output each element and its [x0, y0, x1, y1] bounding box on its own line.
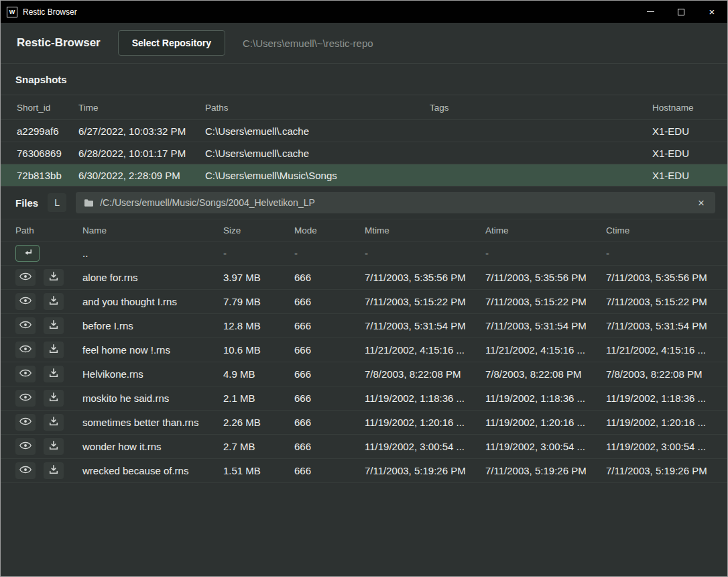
file-size: 2.7 MB: [223, 441, 294, 452]
eye-icon: [19, 321, 32, 331]
download-button[interactable]: [44, 438, 64, 455]
snapshots-heading: Snapshots: [1, 64, 727, 95]
file-size: 1.51 MB: [223, 465, 294, 476]
eye-icon: [19, 297, 32, 307]
file-row: feel home now !.rns 10.6 MB 666 11/21/20…: [1, 338, 727, 362]
column-short-id: Short_id: [17, 103, 78, 113]
snapshot-short-id: a2299af6: [17, 125, 78, 137]
window-title: Restic Browser: [23, 7, 77, 17]
download-button[interactable]: [44, 293, 64, 310]
folder-icon: [84, 199, 94, 207]
select-repository-button[interactable]: Select Repository: [118, 30, 225, 56]
file-row: sometimes better than.rns 2.26 MB 666 11…: [1, 411, 727, 435]
maximize-button[interactable]: [666, 1, 696, 23]
preview-button[interactable]: [15, 269, 36, 286]
download-button[interactable]: [44, 342, 64, 358]
file-mtime: 7/11/2003, 5:19:26 PM: [365, 465, 485, 476]
file-name[interactable]: and you thought I.rns: [82, 296, 223, 307]
preview-button[interactable]: [15, 390, 36, 407]
file-ctime: 7/11/2003, 5:19:26 PM: [606, 465, 721, 476]
file-name[interactable]: moskito he said.rns: [82, 392, 223, 404]
file-row: alone for.rns 3.97 MB 666 7/11/2003, 5:3…: [1, 266, 727, 290]
app-logo-icon: W: [7, 7, 17, 17]
file-atime: 11/19/2002, 1:20:16 ...: [485, 417, 606, 428]
window-controls: ×: [635, 1, 727, 23]
file-path: /C:/Users/emuell/Music/Songs/2004_Helvet…: [100, 197, 689, 208]
file-path-bar[interactable]: /C:/Users/emuell/Music/Songs/2004_Helvet…: [76, 192, 715, 213]
file-ctime: 7/8/2003, 8:22:08 PM: [606, 368, 721, 380]
files-table: Path Name Size Mode Mtime Atime Ctime ..…: [1, 219, 727, 483]
file-atime: 7/11/2003, 5:19:26 PM: [485, 465, 606, 476]
eye-icon: [19, 345, 32, 355]
download-button[interactable]: [44, 269, 64, 286]
download-button[interactable]: [44, 317, 64, 334]
file-size: 2.1 MB: [223, 392, 294, 404]
file-size: -: [223, 248, 294, 259]
column-ctime: Ctime: [606, 225, 721, 235]
column-paths: Paths: [205, 103, 430, 113]
file-name[interactable]: wrecked because of.rns: [82, 465, 223, 476]
maximize-icon: [678, 9, 684, 15]
file-ctime: 11/19/2002, 1:18:36 ...: [606, 392, 721, 404]
column-name: Name: [82, 225, 223, 235]
file-atime: 7/11/2003, 5:15:22 PM: [485, 296, 606, 307]
file-name[interactable]: sometimes better than.rns: [82, 417, 223, 428]
file-row: before I.rns 12.8 MB 666 7/11/2003, 5:31…: [1, 314, 727, 338]
download-icon: [49, 272, 58, 283]
snapshot-row-selected[interactable]: 72b813bb 6/30/2022, 2:28:09 PM C:\Users\…: [1, 164, 727, 187]
snapshot-time: 6/30/2022, 2:28:09 PM: [78, 170, 205, 181]
list-mode-button[interactable]: L: [48, 193, 66, 212]
file-row: wrecked because of.rns 1.51 MB 666 7/11/…: [1, 459, 727, 483]
file-mtime: 7/11/2003, 5:15:22 PM: [365, 296, 485, 307]
column-hostname: Hostname: [652, 103, 711, 113]
file-mtime: -: [365, 248, 485, 259]
file-name[interactable]: before I.rns: [82, 320, 223, 331]
titlebar: W Restic Browser ×: [1, 1, 727, 23]
eye-icon: [19, 441, 32, 452]
file-ctime: 7/11/2003, 5:31:54 PM: [606, 320, 721, 331]
preview-button[interactable]: [15, 317, 36, 334]
repository-path: C:\Users\emuell\~\restic-repo: [243, 38, 373, 49]
preview-button[interactable]: [15, 342, 36, 358]
file-size: 10.6 MB: [223, 344, 294, 356]
files-bar: Files L /C:/Users/emuell/Music/Songs/200…: [1, 187, 727, 219]
preview-button[interactable]: [15, 414, 36, 431]
snapshot-row[interactable]: a2299af6 6/27/2022, 10:03:32 PM C:\Users…: [1, 120, 727, 142]
file-name[interactable]: Helvikone.rns: [82, 368, 223, 380]
snapshot-row[interactable]: 76306869 6/28/2022, 10:01:17 PM C:\Users…: [1, 142, 727, 164]
eye-icon: [19, 369, 32, 379]
app-header: Restic-Browser Select Repository C:\User…: [1, 23, 727, 64]
preview-button[interactable]: [15, 293, 36, 310]
preview-button[interactable]: [15, 438, 36, 455]
column-time: Time: [78, 103, 205, 113]
file-name[interactable]: wonder how it.rns: [82, 441, 223, 452]
file-name[interactable]: alone for.rns: [82, 272, 223, 283]
column-atime: Atime: [485, 225, 606, 235]
parent-directory-row: .. - - - - -: [1, 242, 727, 266]
snapshot-hostname: X1-EDU: [652, 148, 711, 159]
snapshot-short-id: 72b813bb: [17, 170, 78, 181]
eye-icon: [19, 466, 32, 476]
minimize-button[interactable]: [635, 1, 666, 23]
download-button[interactable]: [44, 462, 64, 479]
preview-button[interactable]: [15, 366, 36, 382]
file-atime: 11/19/2002, 1:18:36 ...: [485, 392, 606, 404]
file-ctime: 11/19/2002, 1:20:16 ...: [606, 417, 721, 428]
close-button[interactable]: ×: [696, 1, 727, 23]
preview-button[interactable]: [15, 462, 36, 479]
file-row: wonder how it.rns 2.7 MB 666 11/19/2002,…: [1, 435, 727, 459]
eye-icon: [19, 272, 32, 282]
file-atime: 7/11/2003, 5:31:54 PM: [485, 320, 606, 331]
file-atime: 11/21/2002, 4:15:16 ...: [485, 344, 606, 356]
download-button[interactable]: [44, 366, 64, 382]
snapshot-paths: C:\Users\emuell\Music\Songs: [205, 170, 430, 181]
file-name[interactable]: ..: [82, 248, 223, 259]
file-name[interactable]: feel home now !.rns: [82, 344, 223, 356]
download-button[interactable]: [44, 390, 64, 407]
clear-path-button[interactable]: ×: [695, 196, 707, 210]
file-ctime: -: [606, 248, 721, 259]
file-mode: 666: [294, 272, 365, 283]
download-button[interactable]: [44, 414, 64, 431]
go-up-button[interactable]: [15, 245, 40, 262]
column-path: Path: [15, 225, 82, 235]
